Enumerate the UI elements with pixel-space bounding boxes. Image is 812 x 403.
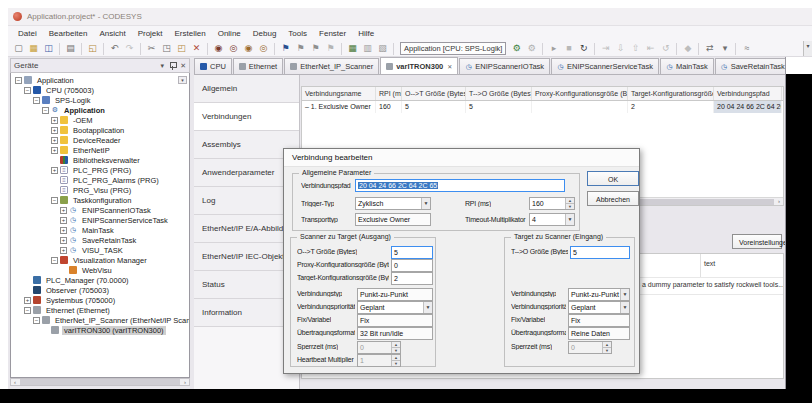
table-row[interactable]: – 1. Exclusive Owner16055220 04 24 66 2C…	[302, 101, 783, 113]
cancel-button[interactable]: Abbrechen	[587, 191, 639, 206]
build-icon[interactable]: ▦	[346, 42, 359, 55]
tree-item-ethernet-ethernet[interactable]: −Ethernet (Ethernet)	[11, 305, 189, 315]
connection-path-field[interactable]: 20 04 24 66 2C 64 2C 65	[355, 179, 565, 192]
menu-item-projekt[interactable]: Projekt	[132, 26, 169, 41]
bookmark-next-icon[interactable]: ⚑	[294, 42, 307, 55]
collapse-icon[interactable]: −	[15, 77, 22, 84]
find-icon[interactable]: ◉	[212, 42, 225, 55]
scroll-right-icon[interactable]: ›	[775, 198, 783, 205]
tree-item-ethernetip[interactable]: +EtherNetIP	[11, 145, 189, 155]
tree-item-ethernet-ip-scanner-ethernet-ip-scanner[interactable]: −EtherNet_IP_Scanner (EtherNet/IP Scanne…	[11, 315, 189, 325]
menu-item-erstellen[interactable]: Erstellen	[169, 26, 212, 41]
close-tab-icon[interactable]: ✕	[447, 63, 452, 70]
chevron-down-icon[interactable]: ▼	[565, 214, 574, 225]
spinner-arrows-icon[interactable]: ▲▼	[391, 342, 400, 353]
tab-enipscannerservicetask[interactable]: ◷ENIPScannerServiceTask	[551, 58, 659, 74]
tree-item-observer-705003[interactable]: Observer (705003)	[11, 285, 189, 295]
chevron-down-icon[interactable]: ▼	[421, 198, 430, 209]
tree-item-visualization-manager[interactable]: −Visualization Manager	[11, 255, 189, 265]
menu-item-ansicht[interactable]: Ansicht	[93, 26, 131, 41]
ok-button[interactable]: OK	[587, 171, 639, 186]
tree-item-maintask[interactable]: +◷MainTask	[11, 225, 189, 235]
scroll-right-icon[interactable]: ›	[181, 379, 189, 386]
menu-item-fenster[interactable]: Fenster	[313, 26, 352, 41]
panel-menu-icon[interactable]: ▾	[161, 62, 165, 70]
expand-icon[interactable]: +	[60, 247, 67, 254]
collapse-icon[interactable]: −	[33, 97, 40, 104]
voreinstellungen-button[interactable]: Voreinstellungen	[732, 234, 782, 249]
menu-item-tools[interactable]: Tools	[282, 26, 313, 41]
tab-maintask[interactable]: ◷MainTask	[660, 58, 714, 74]
chevron-down-icon[interactable]: ▼	[423, 302, 432, 313]
login-icon[interactable]: ⚙	[510, 42, 523, 55]
collapse-icon[interactable]: −	[33, 317, 40, 324]
tree-item-plc-manager-70-0000[interactable]: PLC_Manager (70.0000)	[11, 275, 189, 285]
expand-icon[interactable]: +	[60, 207, 67, 214]
column-header-verbindungspfad[interactable]: Verbindungspfad	[714, 87, 782, 100]
tree-item-enipscanneriotask[interactable]: +◷ENIPScannerIOTask	[11, 205, 189, 215]
find-next-icon[interactable]: ◎	[227, 42, 240, 55]
scrollbar-thumb[interactable]	[20, 379, 180, 385]
menu-item-datei[interactable]: Datei	[12, 26, 43, 41]
collapse-icon[interactable]: −	[42, 107, 49, 114]
collapse-icon[interactable]: −	[24, 307, 31, 314]
undo-icon[interactable]: ↶	[108, 42, 121, 55]
chevron-down-icon[interactable]: ▼	[620, 289, 629, 300]
start-icon[interactable]: ▸	[547, 42, 560, 55]
step-out-icon[interactable]: ⇧	[629, 42, 642, 55]
bookmark-clear-icon[interactable]: ⚑	[324, 42, 337, 55]
expand-icon[interactable]: +	[60, 227, 67, 234]
tab-varitron300[interactable]: varITRON300✕	[380, 57, 458, 74]
tree-item-saveretaintask[interactable]: +◷SaveRetainTask	[11, 235, 189, 245]
verbindungspriorit-t-field[interactable]: Geplant▼	[568, 301, 630, 314]
redo-icon[interactable]: ↷	[123, 42, 136, 55]
chevron-down-icon[interactable]: ▾	[178, 76, 187, 84]
save-icon[interactable]: ◫	[42, 42, 55, 55]
collapse-icon[interactable]: −	[51, 197, 58, 204]
replace-next-icon[interactable]: ◎	[257, 42, 270, 55]
expand-icon[interactable]: +	[51, 167, 58, 174]
expand-icon[interactable]: +	[51, 147, 58, 154]
paste-icon[interactable]: ◰	[175, 42, 188, 55]
active-application-combo[interactable]: Application [CPU: SPS-Logik]▾	[400, 42, 506, 55]
tree-item-application[interactable]: −⚙Application	[11, 105, 189, 115]
stop-icon[interactable]: ■	[562, 42, 575, 55]
expand-icon[interactable]: +	[24, 297, 31, 304]
expand-icon[interactable]: +	[51, 127, 58, 134]
new-file-icon[interactable]: ▢	[12, 42, 25, 55]
logout-icon[interactable]: ⚙	[525, 42, 538, 55]
tab-ethernet[interactable]: Ethernet	[233, 58, 283, 74]
tree-item-plc-prg-prg[interactable]: +≡PLC_PRG (PRG)	[11, 165, 189, 175]
o-t-gr-e-bytes-field[interactable]: 5	[391, 246, 433, 259]
editor-nav-verbindungen[interactable]: Verbindungen	[194, 103, 299, 131]
rpi-stepper[interactable]: 160 ▲▼	[529, 197, 575, 210]
menu-item-bearbeiten[interactable]: Bearbeiten	[43, 26, 94, 41]
step-over-icon[interactable]: ⇥	[599, 42, 612, 55]
pin-icon[interactable]	[169, 62, 176, 70]
expand-icon[interactable]: +	[60, 237, 67, 244]
window-titlebar[interactable]: Application.project* - CODESYS	[8, 8, 812, 26]
column-header-rpi-ms[interactable]: RPI (ms)	[376, 87, 402, 100]
scroll-left-icon[interactable]: ‹	[11, 379, 19, 386]
chevron-down-icon[interactable]: ▼	[620, 302, 629, 313]
single-cycle-icon[interactable]: ↻	[577, 42, 590, 55]
copy-icon[interactable]: ◳	[160, 42, 173, 55]
bookmark-toggle-icon[interactable]: ⚑	[279, 42, 292, 55]
column-header-o-t-gr-e-bytes[interactable]: O-->T Größe (Bytes)	[402, 87, 466, 100]
verbindungstyp-field[interactable]: Punkt-zu-Punkt▼	[568, 288, 630, 301]
tree-item-plc-prg-alarms-prg[interactable]: ≡PLC_PRG_Alarms (PRG)	[11, 175, 189, 185]
clean-icon[interactable]: ▥	[361, 42, 374, 55]
t-o-gr-e-bytes-field[interactable]: 5	[570, 246, 630, 259]
tree-item-webvisu[interactable]: WebVisu	[11, 265, 189, 275]
cut-icon[interactable]: ✂	[145, 42, 158, 55]
tree-item-systembus-705000[interactable]: +Systembus (705000)	[11, 295, 189, 305]
flow-control-icon[interactable]: ⇄	[703, 42, 716, 55]
close-panel-icon[interactable]: ✕	[180, 62, 186, 70]
spinner-arrows-icon[interactable]: ▲▼	[602, 342, 611, 353]
tab-cpu[interactable]: CPU	[194, 58, 232, 74]
tab-ethernet-ip-scanner[interactable]: EtherNet_IP_Scanner	[284, 58, 379, 74]
boot-application-icon[interactable]: ▧	[376, 42, 389, 55]
print-icon[interactable]: ▤	[64, 42, 77, 55]
verbindungspriorit-t-field[interactable]: Geplant▼	[357, 301, 433, 314]
target-konfigurationsgr-e-bytes-field[interactable]: 2	[391, 272, 433, 285]
